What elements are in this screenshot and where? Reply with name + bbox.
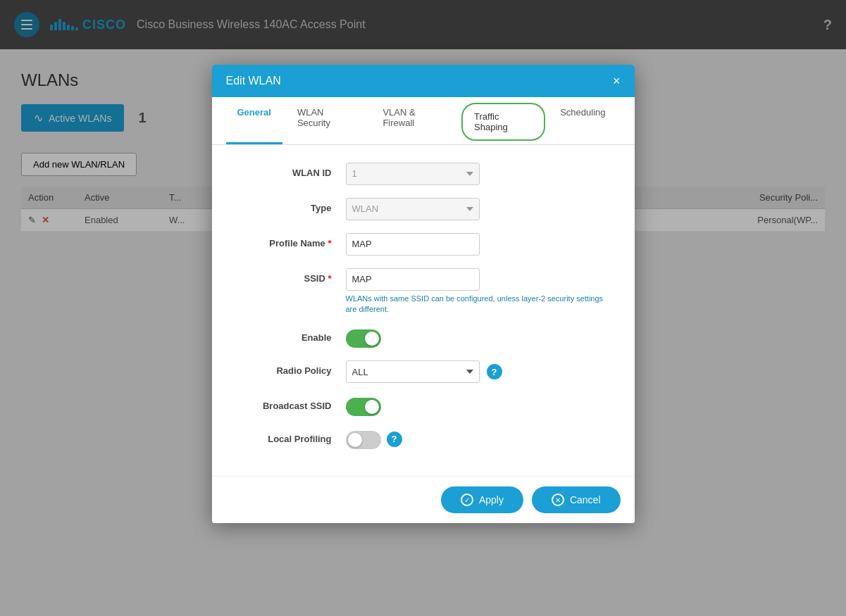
- cancel-button[interactable]: ✕ Cancel: [532, 486, 621, 513]
- tab-vlan-firewall[interactable]: VLAN & Firewall: [371, 97, 458, 144]
- edit-wlan-modal: Edit WLAN × General WLAN Security VLAN &…: [212, 65, 635, 524]
- wlan-id-row: WLAN ID 1: [240, 163, 606, 185]
- tab-wlan-security[interactable]: WLAN Security: [286, 97, 368, 144]
- profile-name-input[interactable]: [346, 233, 480, 256]
- broadcast-ssid-label: Broadcast SSID: [240, 396, 346, 411]
- wlan-id-select[interactable]: 1: [346, 163, 480, 185]
- radio-policy-select[interactable]: ALL 2.4 GHz 5 GHz: [346, 360, 480, 383]
- local-profiling-control: ?: [346, 429, 606, 449]
- tab-scheduling[interactable]: Scheduling: [549, 97, 616, 144]
- enable-toggle[interactable]: [346, 329, 381, 348]
- enable-row: Enable: [240, 327, 606, 348]
- local-profiling-inner: ?: [346, 429, 606, 449]
- tab-wlan-security-label: WLAN Security: [297, 107, 330, 128]
- modal-title: Edit WLAN: [226, 75, 281, 87]
- radio-policy-inner: ALL 2.4 GHz 5 GHz ?: [346, 360, 606, 383]
- apply-label: Apply: [479, 494, 504, 505]
- ssid-helper-text: WLANs with same SSID can be configured, …: [346, 294, 606, 315]
- modal-footer: ✓ Apply ✕ Cancel: [212, 476, 635, 523]
- wlan-id-label: WLAN ID: [240, 163, 346, 178]
- enable-label: Enable: [240, 327, 346, 343]
- tab-vlan-firewall-label: VLAN & Firewall: [382, 107, 415, 128]
- broadcast-ssid-control: [346, 396, 606, 416]
- local-profiling-help-icon[interactable]: ?: [387, 432, 402, 447]
- modal-body: WLAN ID 1 Type WLAN Profile Name: [212, 145, 635, 477]
- tab-traffic-shaping-label: Traffic Shaping: [474, 111, 508, 132]
- broadcast-ssid-row: Broadcast SSID: [240, 396, 606, 416]
- apply-icon: ✓: [461, 494, 473, 506]
- tab-scheduling-label: Scheduling: [560, 107, 605, 118]
- radio-policy-row: Radio Policy ALL 2.4 GHz 5 GHz ?: [240, 360, 606, 383]
- tab-traffic-shaping[interactable]: Traffic Shaping: [461, 103, 545, 141]
- wlan-id-control: 1: [346, 163, 606, 185]
- enable-toggle-thumb: [365, 332, 379, 346]
- local-profiling-thumb: [348, 433, 362, 447]
- tab-general-label: General: [237, 107, 271, 118]
- ssid-label: SSID: [240, 268, 346, 284]
- local-profiling-label: Local Profiling: [240, 429, 346, 444]
- modal-tabs: General WLAN Security VLAN & Firewall Tr…: [212, 97, 635, 145]
- modal-header: Edit WLAN ×: [212, 65, 635, 97]
- modal-close-button[interactable]: ×: [613, 75, 621, 87]
- apply-button[interactable]: ✓ Apply: [441, 486, 523, 513]
- cancel-icon: ✕: [552, 494, 564, 506]
- tab-general[interactable]: General: [226, 97, 282, 144]
- broadcast-ssid-toggle[interactable]: [346, 398, 381, 416]
- enable-control: [346, 327, 606, 348]
- broadcast-ssid-thumb: [365, 400, 379, 414]
- type-label: Type: [240, 198, 346, 213]
- ssid-input[interactable]: [346, 268, 480, 291]
- modal-overlay: Edit WLAN × General WLAN Security VLAN &…: [0, 0, 846, 616]
- radio-policy-label: Radio Policy: [240, 360, 346, 376]
- profile-name-row: Profile Name: [240, 233, 606, 256]
- type-row: Type WLAN: [240, 198, 606, 220]
- local-profiling-toggle[interactable]: [346, 431, 381, 449]
- ssid-control: WLANs with same SSID can be configured, …: [346, 268, 606, 315]
- radio-policy-control: ALL 2.4 GHz 5 GHz ?: [346, 360, 606, 383]
- type-select[interactable]: WLAN: [346, 198, 480, 220]
- local-profiling-row: Local Profiling ?: [240, 429, 606, 449]
- type-control: WLAN: [346, 198, 606, 220]
- profile-name-label: Profile Name: [240, 233, 346, 249]
- radio-policy-help-icon[interactable]: ?: [487, 364, 502, 379]
- cancel-label: Cancel: [570, 494, 601, 505]
- profile-name-control: [346, 233, 606, 256]
- ssid-row: SSID WLANs with same SSID can be configu…: [240, 268, 606, 315]
